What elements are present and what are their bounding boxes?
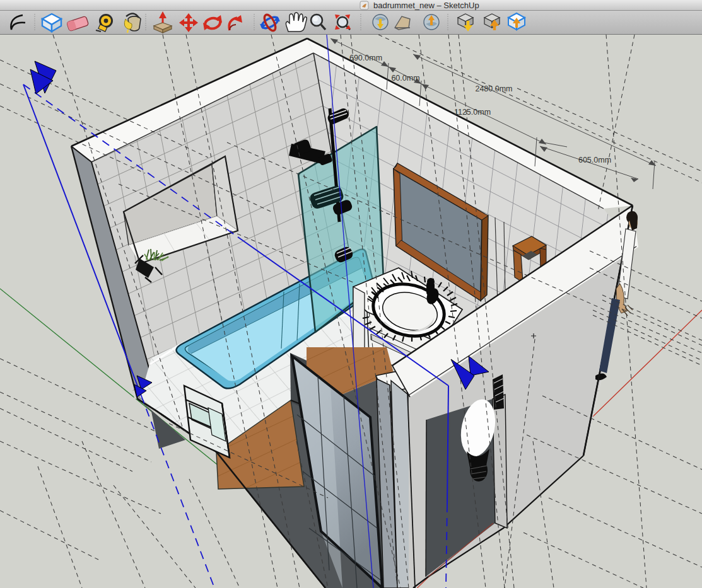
svg-text:605.0mm: 605.0mm	[578, 156, 611, 164]
svg-text:2480.0mm: 2480.0mm	[475, 84, 512, 93]
svg-text:60.0mm: 60.0mm	[391, 74, 419, 83]
svg-text:1125.0mm: 1125.0mm	[454, 108, 491, 117]
svg-text:690.0mm: 690.0mm	[349, 54, 382, 62]
svg-text:badrummet_new – SketchUp: badrummet_new – SketchUp	[373, 1, 479, 10]
